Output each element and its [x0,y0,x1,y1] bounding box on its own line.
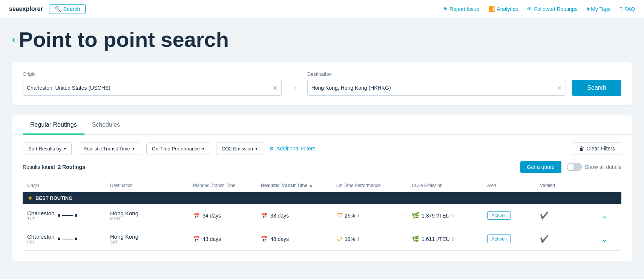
tab-schedules[interactable]: Schedules [84,115,128,135]
tab-regular-routings[interactable]: Regular Routings [23,115,84,135]
planned-transit-cell-1: 📅 34 days [193,213,261,219]
filters-left: Sort Results by ▾ Realistic Transit Time… [23,143,315,155]
results-summary: Results found 2 Routings Get a quote Sho… [23,161,621,179]
calendar-icon-4: 📅 [261,236,267,242]
col-alert: Alert [487,183,540,188]
toggle-knob [567,164,574,170]
shield-icon: 🛡 [336,212,342,219]
leaf-icon: 🌿 [412,212,419,219]
search-form: Origin ✕ → Destination ✕ Search [12,62,632,105]
table-row: Charleston FRI Hong Kong SAT 📅 43 days [23,227,621,251]
emission-cell-2: 🌿 1.611 t/TEU ℹ [412,235,487,242]
on-time-label: On Time Performance [152,146,200,152]
expand-button-2[interactable]: ⌄ [585,235,608,244]
route-dot-left-2 [58,238,60,240]
sliders-icon: ⚙ [269,146,274,152]
on-time-cell-2: 🛡 19% ℹ [336,236,412,242]
header-nav: ⚑ Report Issue 📶 Analytics 👁 Followed Ro… [443,6,635,12]
nav-my-tags[interactable]: # My Tags [587,6,611,12]
emission-info-icon-2[interactable]: ℹ [452,236,454,242]
form-row: Origin ✕ → Destination ✕ Search [23,71,621,96]
page-title-section: ‹ Point to point search [12,27,632,52]
on-time-cell-1: 🛡 26% ℹ [336,212,412,219]
nav-report-issue[interactable]: ⚑ Report Issue [443,6,479,12]
route-line-2 [58,238,77,240]
verified-check-icon-2: ✔️ [540,235,548,243]
trash-icon: 🗑 [579,146,584,152]
origin-cell-1: Charleston TUE [27,210,110,221]
back-arrow[interactable]: ‹ [12,34,15,45]
direction-arrow: → [288,83,301,92]
route-dot-right-2 [75,238,77,240]
nav-analytics[interactable]: 📶 Analytics [488,6,518,12]
on-time-filter[interactable]: On Time Performance ▾ [146,143,210,155]
dest-cell-2: Hong Kong SAT [110,233,193,244]
destination-input[interactable] [311,85,557,91]
results-section: Sort Results by ▾ Realistic Transit Time… [12,135,632,261]
star-icon: ★ [28,195,32,201]
origin-cell-2: Charleston FRI [27,233,110,244]
co2-label: CO2 Emission [222,146,253,152]
additional-filters-button[interactable]: ⚙ Additional Filters [269,146,316,152]
route-line-1 [58,214,77,217]
col-realistic-transit[interactable]: Realistic Transit Time ▲ [261,183,336,188]
faq-icon: ? [619,6,623,12]
nav-followed-routings[interactable]: 👁 Followed Routings [527,6,577,12]
on-time-chevron-icon: ▾ [202,146,204,151]
search-icon: 🔍 [55,6,61,12]
calendar-icon-2: 📅 [261,213,267,219]
logo: seaexplorer [9,6,43,12]
realistic-transit-cell-1: 📅 38 days [261,213,336,219]
show-details-toggle[interactable] [567,163,582,171]
alert-cell-1: Active › [487,211,540,220]
transit-label: Realistic Transit Time [83,146,130,152]
search-button-label: Search [63,6,80,12]
get-quote-button[interactable]: Get a quote [520,161,561,173]
route-dash-2 [62,239,73,239]
transit-chevron-icon: ▾ [132,146,135,151]
info-icon[interactable]: ℹ [357,213,359,218]
active-badge-2[interactable]: Active › [487,235,511,243]
eye-icon: 👁 [527,6,532,12]
destination-input-wrap: ✕ [307,80,566,96]
clear-filters-button[interactable]: 🗑 Clear Filters [573,142,621,155]
report-icon: ⚑ [443,6,448,12]
page-title: Point to point search [19,27,229,52]
co2-chevron-icon: ▾ [255,146,258,151]
best-routing-banner: ★ BEST ROUTING [23,192,621,204]
origin-label: Origin [23,71,282,77]
calendar-icon-3: 📅 [193,236,199,242]
origin-input[interactable] [27,85,273,91]
origin-group: Origin ✕ [23,71,282,96]
planned-transit-cell-2: 📅 43 days [193,236,261,242]
destination-clear-icon[interactable]: ✕ [557,84,562,92]
co2-filter[interactable]: CO2 Emission ▾ [216,143,263,155]
active-chevron-icon-2: › [505,237,507,241]
dest-cell-1: Hong Kong MON [110,210,193,221]
info-icon-2[interactable]: ℹ [357,236,359,242]
col-on-time: On Time Performance [336,183,412,188]
active-chevron-icon: › [505,213,507,218]
col-expand [585,183,608,188]
calendar-icon: 📅 [193,213,199,219]
results-count-value: 2 Routings [58,164,85,170]
origin-clear-icon[interactable]: ✕ [273,84,278,92]
sort-chevron-icon: ▾ [64,146,66,151]
nav-faq[interactable]: ? FAQ [619,6,635,12]
sort-results-filter[interactable]: Sort Results by ▾ [23,143,72,155]
tabs-section: Regular Routings Schedules [12,115,632,135]
table-header: Origin Destination Planned Transit Time … [23,179,621,192]
active-badge-1[interactable]: Active › [487,211,511,220]
search-submit-button[interactable]: Search [572,80,621,96]
filters-row: Sort Results by ▾ Realistic Transit Time… [23,135,621,161]
emission-cell-1: 🌿 1.379 t/TEU ℹ [412,212,487,219]
expand-button-1[interactable]: ⌄ [585,211,608,220]
origin-input-wrap: ✕ [23,80,282,96]
search-button[interactable]: 🔍 Search [49,4,86,14]
transit-time-filter[interactable]: Realistic Transit Time ▾ [78,143,140,155]
tabs: Regular Routings Schedules [23,115,621,134]
col-planned-transit: Planned Transit Time [193,183,261,188]
leaf-icon-2: 🌿 [412,235,419,242]
verified-cell-1: ✔️ [540,212,585,220]
emission-info-icon[interactable]: ℹ [452,213,454,218]
